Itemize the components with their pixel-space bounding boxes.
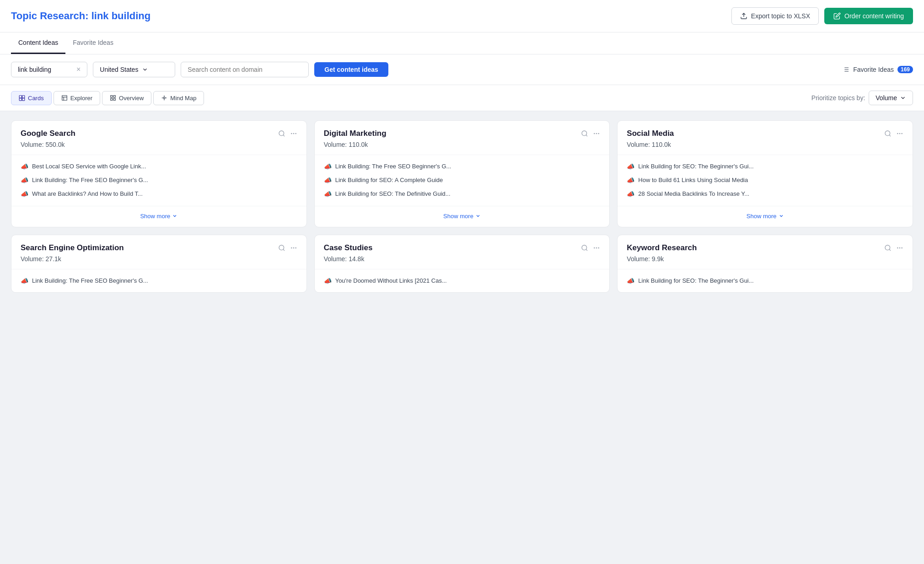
card-item: 📣 Link Building for SEO: A Complete Guid… xyxy=(324,176,601,184)
svg-point-41 xyxy=(295,247,296,248)
chevron-down-icon xyxy=(779,213,784,219)
search-icon xyxy=(581,130,588,137)
card-item: 📣 Link Building: The Free SEO Beginner's… xyxy=(324,162,601,171)
megaphone-icon: 📣 xyxy=(324,177,332,184)
svg-point-29 xyxy=(594,133,595,134)
chevron-down-icon xyxy=(142,66,148,73)
card-volume: Volume: 110.0k xyxy=(627,141,903,148)
card-title-row: Social Media xyxy=(627,129,903,138)
card-item: 📣 How to Build 61 Links Using Social Med… xyxy=(627,176,903,184)
card-title: Search Engine Optimization xyxy=(21,243,124,252)
more-options-button[interactable] xyxy=(896,244,903,252)
more-options-button[interactable] xyxy=(593,130,600,137)
view-tab-mind-map[interactable]: Mind Map xyxy=(153,91,204,105)
card-item-text: Link Building for SEO: The Beginner's Gu… xyxy=(638,277,753,285)
card-body: 📣 Link Building for SEO: The Beginner's … xyxy=(618,155,913,206)
view-tab-cards[interactable]: Cards xyxy=(11,91,52,105)
ellipsis-icon xyxy=(896,130,903,137)
keyword-input[interactable] xyxy=(18,66,73,73)
svg-point-35 xyxy=(899,133,900,134)
ellipsis-icon xyxy=(290,244,297,252)
export-icon xyxy=(740,12,747,20)
card-actions xyxy=(278,130,297,137)
card-title-row: Digital Marketing xyxy=(324,129,601,138)
priority-dropdown[interactable]: Volume xyxy=(869,91,913,105)
more-options-button[interactable] xyxy=(290,244,297,252)
card-header: Keyword Research Volume: 9.9k xyxy=(618,235,913,269)
megaphone-icon: 📣 xyxy=(21,163,28,170)
svg-point-47 xyxy=(885,245,890,250)
card-item: 📣 Link Building for SEO: The Beginner's … xyxy=(627,162,903,171)
megaphone-icon: 📣 xyxy=(627,163,634,170)
card-volume: Volume: 9.9k xyxy=(627,255,903,263)
svg-point-37 xyxy=(279,245,284,250)
card-body: 📣 Link Building: The Free SEO Beginner's… xyxy=(315,155,610,206)
country-dropdown[interactable]: United States xyxy=(93,62,175,77)
svg-rect-6 xyxy=(19,96,21,98)
show-more-button[interactable]: Show more xyxy=(11,206,306,227)
card-item: 📣 Best Local SEO Service with Google Lin… xyxy=(21,162,297,171)
card-title-row: Case Studies xyxy=(324,243,601,252)
tab-favorite-ideas[interactable]: Favorite Ideas xyxy=(65,32,121,54)
svg-point-51 xyxy=(902,247,902,248)
card-header: Google Search Volume: 550.0k xyxy=(11,121,306,155)
svg-point-40 xyxy=(293,247,294,248)
chevron-down-icon xyxy=(475,213,481,219)
card-header: Social Media Volume: 110.0k xyxy=(618,121,913,155)
search-card-button[interactable] xyxy=(278,244,285,252)
card-title: Digital Marketing xyxy=(324,129,387,138)
card-item-text: Link Building: The Free SEO Beginner's G… xyxy=(335,162,451,171)
top-actions: Export topic to XLSX Order content writi… xyxy=(731,7,913,25)
card-item-text: Link Building: The Free SEO Beginner's G… xyxy=(32,176,148,184)
search-icon xyxy=(884,130,892,137)
card-item-text: How to Build 61 Links Using Social Media xyxy=(638,176,748,184)
view-tab-explorer[interactable]: Explorer xyxy=(54,91,100,105)
ellipsis-icon xyxy=(290,130,297,137)
get-ideas-button[interactable]: Get content ideas xyxy=(314,62,388,77)
favorite-ideas-label: Favorite Ideas xyxy=(853,66,894,73)
card-item: 📣 Link Building: The Free SEO Beginner's… xyxy=(21,277,297,285)
megaphone-icon: 📣 xyxy=(21,277,28,285)
more-options-button[interactable] xyxy=(896,130,903,137)
card-digital-marketing: Digital Marketing Volume: 110.0k 📣 Link … xyxy=(314,120,610,227)
card-actions xyxy=(278,244,297,252)
card-header: Search Engine Optimization Volume: 27.1k xyxy=(11,235,306,269)
svg-point-46 xyxy=(598,247,599,248)
svg-point-34 xyxy=(897,133,898,134)
show-more-button[interactable]: Show more xyxy=(618,206,913,227)
search-card-button[interactable] xyxy=(884,130,892,137)
order-button[interactable]: Order content writing xyxy=(824,8,913,24)
view-tabs: Cards Explorer Overview Mind Map xyxy=(11,91,204,105)
card-body: 📣 Link Building for SEO: The Beginner's … xyxy=(618,269,913,292)
card-title-row: Keyword Research xyxy=(627,243,903,252)
view-tab-overview[interactable]: Overview xyxy=(102,91,151,105)
svg-line-43 xyxy=(586,249,587,251)
controls-bar: × United States Get content ideas Favori… xyxy=(0,54,924,85)
chevron-down-icon xyxy=(172,213,177,219)
card-seo: Search Engine Optimization Volume: 27.1k… xyxy=(11,235,307,293)
show-more-button[interactable]: Show more xyxy=(315,206,610,227)
keyword-input-wrapper: × xyxy=(11,62,87,77)
export-button[interactable]: Export topic to XLSX xyxy=(731,7,819,25)
svg-point-42 xyxy=(582,245,587,250)
more-options-button[interactable] xyxy=(290,130,297,137)
clear-keyword-button[interactable]: × xyxy=(76,66,81,73)
cards-icon xyxy=(19,95,25,101)
search-icon xyxy=(581,244,588,252)
search-card-button[interactable] xyxy=(581,244,588,252)
tab-content-ideas[interactable]: Content Ideas xyxy=(11,32,65,54)
svg-rect-15 xyxy=(111,98,113,100)
svg-rect-14 xyxy=(113,96,115,97)
svg-point-31 xyxy=(598,133,599,134)
svg-line-28 xyxy=(586,135,587,136)
more-options-button[interactable] xyxy=(593,244,600,252)
search-card-button[interactable] xyxy=(581,130,588,137)
domain-search-input[interactable] xyxy=(181,62,309,77)
priority-chevron-icon xyxy=(900,95,906,101)
search-card-button[interactable] xyxy=(884,244,892,252)
svg-rect-9 xyxy=(22,98,25,101)
svg-point-30 xyxy=(596,133,597,134)
search-card-button[interactable] xyxy=(278,130,285,137)
favorite-ideas-button[interactable]: Favorite Ideas 169 xyxy=(842,66,913,73)
card-title-row: Search Engine Optimization xyxy=(21,243,297,252)
